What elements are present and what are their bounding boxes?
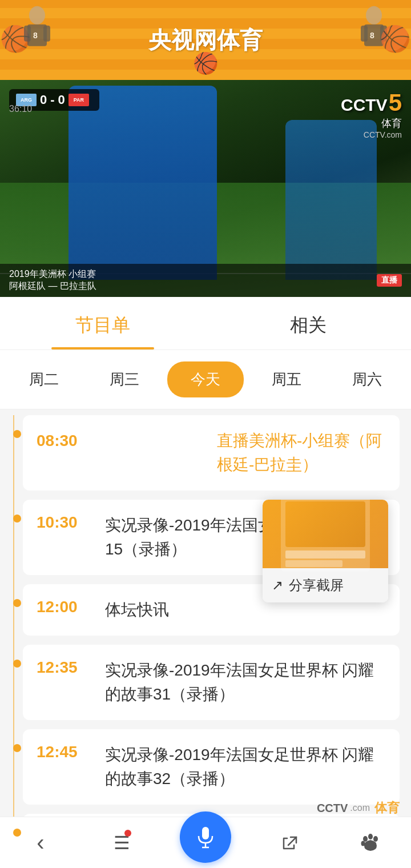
back-button[interactable]: ‹	[18, 826, 63, 860]
day-friday[interactable]: 周五	[248, 361, 325, 397]
program-time-1: 08:30	[37, 429, 206, 453]
program-item-4[interactable]: 12:35 实况录像-2019年法国女足世界杯 闪耀的故事31（录播）	[23, 645, 400, 720]
svg-text:8: 8	[370, 31, 374, 40]
score-value: 0	[40, 93, 47, 107]
svg-rect-3	[43, 26, 50, 42]
video-player[interactable]: 0 - 0 36:10 CCTV 5 体育 CCTV.com 2019年美洲杯 …	[0, 80, 411, 297]
share-popup-thumbnail	[263, 500, 388, 568]
program-title-5: 实况录像-2019年法国女足世界杯 闪耀的故事32（录播）	[105, 743, 386, 791]
mic-button[interactable]	[180, 811, 231, 863]
live-badge: 直播	[377, 274, 402, 287]
app-header: 🏀 8 央视网体育 🏀 8 🏀	[0, 0, 411, 80]
svg-rect-2	[24, 26, 31, 42]
cctv-sport-label: 体育	[341, 116, 402, 130]
svg-rect-10	[202, 827, 209, 839]
program-time-3: 12:00	[37, 598, 94, 616]
svg-text:8: 8	[33, 31, 38, 40]
svg-rect-7	[361, 26, 368, 42]
day-wednesday[interactable]: 周三	[87, 361, 163, 397]
cctv-text: CCTV	[341, 95, 388, 115]
cctv-logo: CCTV 5 体育 CCTV.com	[341, 89, 402, 139]
day-tuesday[interactable]: 周二	[6, 361, 82, 397]
basket-right-icon: 🏀	[380, 24, 411, 54]
program-item-1[interactable]: 08:30 直播美洲杯-小组赛（阿根廷-巴拉圭）	[23, 415, 400, 491]
program-time-2: 10:30	[37, 513, 94, 532]
tab-related[interactable]: 相关	[206, 297, 411, 349]
svg-point-15	[373, 836, 378, 842]
match-teams: 阿根廷队 — 巴拉圭队	[9, 280, 96, 292]
share-popup: ↗ 分享截屏	[263, 500, 388, 602]
score-value2: 0	[58, 93, 65, 107]
program-title-1: 直播美洲杯-小组赛（阿根廷-巴拉圭）	[217, 429, 386, 477]
program-time-4: 12:35	[37, 658, 94, 677]
program-time-5: 12:45	[37, 743, 94, 761]
match-time: 36:10	[9, 104, 32, 114]
share-icon: ↗	[272, 577, 283, 593]
player-left-icon: 8	[17, 5, 57, 63]
main-tabs: 节目单 相关	[0, 297, 411, 350]
par-flag	[68, 94, 89, 106]
paw-button[interactable]	[348, 826, 393, 860]
share-btn-label: 分享截屏	[289, 576, 344, 594]
svg-point-13	[363, 836, 368, 842]
svg-point-0	[29, 6, 45, 25]
share-screenshot-btn[interactable]: ↗ 分享截屏	[263, 568, 388, 602]
score-separator: -	[50, 93, 54, 107]
basketball-icon: 🏀	[193, 51, 219, 75]
tab-schedule[interactable]: 节目单	[0, 297, 206, 349]
program-title-4: 实况录像-2019年法国女足世界杯 闪耀的故事31（录播）	[105, 658, 386, 706]
day-saturday[interactable]: 周六	[329, 361, 405, 397]
match-title: 2019年美洲杯 小组赛	[9, 268, 96, 280]
day-today[interactable]: 今天	[167, 361, 244, 397]
bottom-navigation: ‹ ☰	[0, 817, 411, 868]
menu-button[interactable]: ☰	[99, 826, 144, 860]
cctv-number: 5	[389, 89, 402, 116]
share-button[interactable]	[267, 826, 312, 860]
program-item-5[interactable]: 12:45 实况录像-2019年法国女足世界杯 闪耀的故事32（录播）	[23, 729, 400, 805]
svg-point-14	[368, 834, 373, 839]
video-info-bar: 2019年美洲杯 小组赛 阿根廷队 — 巴拉圭队 直播	[0, 264, 411, 297]
svg-point-5	[366, 6, 382, 25]
day-selector: 周二 周三 今天 周五 周六	[0, 350, 411, 409]
cctv-watermark: CCTV .com 体育	[317, 799, 400, 817]
cctv-com-label: CCTV.com	[341, 130, 402, 139]
